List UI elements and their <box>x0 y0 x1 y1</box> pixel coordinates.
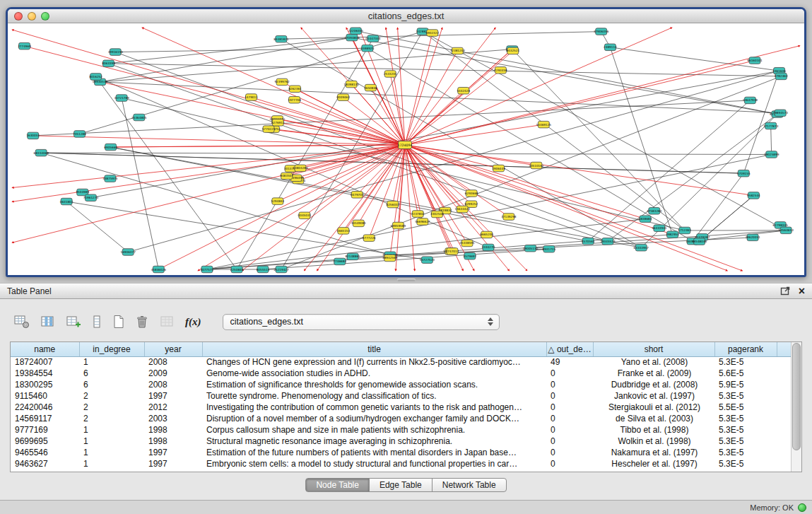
network-node[interactable]: 4570561 <box>582 238 595 245</box>
network-node[interactable]: 15634424 <box>455 206 471 213</box>
network-node[interactable]: 9483507 <box>280 173 293 180</box>
network-node[interactable]: 71961270 <box>83 194 99 201</box>
network-node[interactable]: 5598920 <box>361 45 375 52</box>
panel-splitter[interactable] <box>0 277 812 283</box>
network-node[interactable]: 37139298 <box>501 214 517 221</box>
tab-edge-table[interactable]: Edge Table <box>369 478 433 492</box>
network-node[interactable]: 84481821 <box>273 35 289 42</box>
network-node[interactable]: 69959589 <box>391 222 406 229</box>
create-column-button[interactable] <box>66 313 81 330</box>
network-node[interactable]: 0777226 <box>363 235 376 242</box>
network-node[interactable]: 68334068 <box>34 149 49 156</box>
network-node[interactable]: 0045031 <box>298 212 312 219</box>
network-node[interactable]: 2489114 <box>604 44 617 51</box>
column-header-year[interactable]: year <box>144 342 202 356</box>
network-node[interactable]: 82148865 <box>345 253 360 260</box>
network-node[interactable]: 3982954 <box>666 231 679 238</box>
network-node[interactable]: 34721789 <box>114 95 129 102</box>
network-node[interactable]: 8063399 <box>102 60 115 67</box>
table-mode-button[interactable] <box>14 313 30 330</box>
network-node[interactable]: 14727523 <box>420 257 435 264</box>
network-node[interactable]: 6276912 <box>271 119 285 127</box>
network-node[interactable]: 2747017 <box>446 248 459 255</box>
network-node[interactable]: 54564653 <box>778 227 794 234</box>
float-panel-icon[interactable] <box>780 286 790 296</box>
table-selector-dropdown[interactable]: citations_edges.txt <box>223 314 500 330</box>
tab-node-table[interactable]: Node Table <box>305 478 370 492</box>
table-row[interactable]: 2242004622012Investigating the contribut… <box>11 402 792 413</box>
network-node[interactable]: 38942568 <box>382 255 398 262</box>
network-node[interactable]: 63333957 <box>634 244 649 251</box>
network-window-titlebar[interactable]: citations_edges.txt <box>8 9 804 23</box>
tab-network-table[interactable]: Network Table <box>432 478 507 492</box>
minimize-window-button[interactable] <box>28 12 36 21</box>
network-node[interactable]: 7051286 <box>73 131 86 138</box>
network-node[interactable]: 22206305 <box>348 28 364 35</box>
table-row[interactable]: 1456911722003Disruption of a novel membe… <box>11 413 792 424</box>
network-node[interactable]: 6905660 <box>104 144 117 151</box>
network-node[interactable]: 79894573 <box>773 110 789 117</box>
network-node[interactable]: 7237802 <box>411 211 425 218</box>
network-node[interactable]: 2774969 <box>18 42 31 49</box>
network-node[interactable]: 5442428 <box>457 87 470 93</box>
table-row[interactable]: 1872400712008Changes of HCN gene express… <box>11 356 792 368</box>
table-row[interactable]: 977716911998Corpus callosum shape and si… <box>11 424 792 436</box>
network-graph[interactable]: 2536480509930536683340681690637727749699… <box>8 23 804 275</box>
network-node[interactable]: 10647938 <box>743 97 758 104</box>
network-node[interactable]: 54469125 <box>536 121 552 128</box>
network-node[interactable]: 0631802 <box>60 198 73 205</box>
network-node[interactable]: 45846026 <box>151 266 167 273</box>
network-node[interactable]: 01447344 <box>365 35 381 42</box>
network-node[interactable]: 6665200 <box>480 231 493 238</box>
network-node[interactable]: 72381203 <box>450 47 466 54</box>
network-node[interactable]: 25219427 <box>273 266 289 273</box>
network-node[interactable]: 92399762 <box>274 78 290 86</box>
network-node[interactable]: 33875975 <box>102 175 118 182</box>
function-builder-button[interactable]: f(x) <box>185 313 201 330</box>
zoom-window-button[interactable] <box>41 12 49 21</box>
delete-columns-button[interactable] <box>136 313 148 330</box>
network-node[interactable]: 4579697 <box>464 252 477 259</box>
network-node[interactable]: 1712461 <box>678 227 691 234</box>
network-node[interactable]: 1906449 <box>492 165 505 172</box>
network-node[interactable]: 5902322 <box>425 30 439 37</box>
column-header-name[interactable]: name <box>11 342 79 356</box>
network-node[interactable]: 39916194 <box>108 49 124 56</box>
new-table-button[interactable] <box>112 313 124 330</box>
network-node[interactable]: 38548046 <box>692 238 707 245</box>
column-header-short[interactable]: short <box>593 342 714 356</box>
table-row[interactable]: 911546021997Tourette syndrome. Phenomeno… <box>11 390 792 402</box>
table-row[interactable]: 969969511998Structural magnetic resonanc… <box>11 436 792 447</box>
network-node[interactable]: 3650846 <box>364 84 377 91</box>
network-node[interactable]: 8262361 <box>288 86 302 92</box>
network-node[interactable]: 39345524 <box>600 238 616 245</box>
network-node[interactable]: 1630051 <box>26 132 40 139</box>
network-node[interactable]: 5770225 <box>262 126 276 133</box>
network-node[interactable]: 37906356 <box>594 28 609 35</box>
network-node[interactable]: 5709155 <box>737 170 751 177</box>
scrollbar-thumb[interactable] <box>792 343 801 450</box>
table-row[interactable]: 946362711997Embryonic stem cells: a mode… <box>11 458 792 469</box>
network-node[interactable]: 1665153 <box>337 228 351 235</box>
network-node[interactable]: 1479011 <box>245 94 258 101</box>
network-node[interactable]: 56433941 <box>652 225 667 232</box>
network-node[interactable]: 4077571 <box>201 266 214 273</box>
network-node[interactable]: 56696627 <box>415 218 430 226</box>
network-node[interactable]: 77177873 <box>763 122 779 129</box>
close-window-button[interactable] <box>14 12 23 21</box>
network-node[interactable]: 7746684 <box>333 258 346 265</box>
network-node[interactable]: 13804283 <box>293 165 308 172</box>
network-node[interactable]: 1724094 <box>398 141 413 149</box>
network-node[interactable]: 7293458 <box>494 67 507 74</box>
row-controls-button[interactable] <box>93 313 101 330</box>
network-node[interactable]: 2250840 <box>230 266 244 273</box>
network-node[interactable]: 25364805 <box>131 114 147 121</box>
network-node[interactable]: 3302548 <box>430 211 444 218</box>
network-node[interactable]: 5838683 <box>639 216 652 223</box>
column-header-pagerank[interactable]: pagerank <box>714 342 777 356</box>
network-node[interactable]: 30510162 <box>529 162 544 169</box>
network-canvas[interactable]: 2536480509930536683340681690637727749699… <box>8 23 804 275</box>
network-node[interactable]: 6256032 <box>386 201 399 208</box>
network-node[interactable]: 09005110 <box>523 245 539 252</box>
network-node[interactable]: 9432521 <box>506 47 519 54</box>
